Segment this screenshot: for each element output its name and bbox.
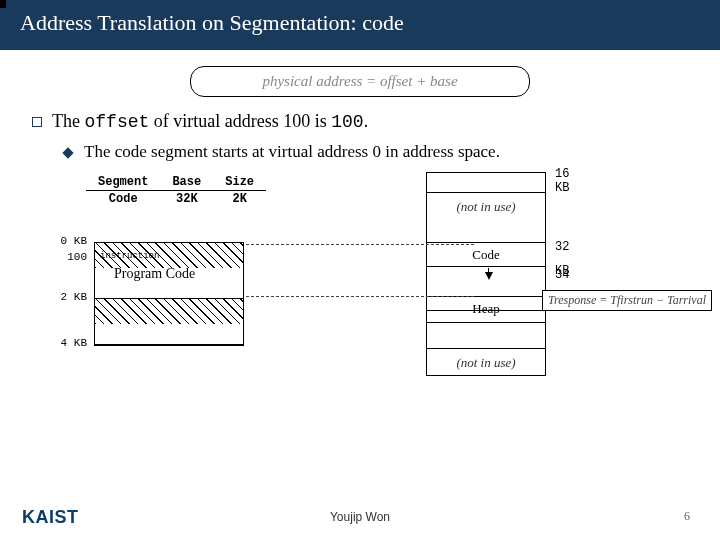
lab-16kb: 16 KB (555, 167, 569, 195)
overlay-formula: Tresponse = Tfirstrun − Tarrival (542, 290, 712, 311)
va-row-4: 4 KB (94, 344, 244, 346)
lab-0kb: 0 KB (47, 235, 87, 247)
pm-heap-label: Heap (472, 301, 499, 316)
bullet-sub-text: The code segment starts at virtual addre… (84, 142, 500, 162)
seg-h2: Base (160, 174, 213, 191)
instruction-label: instruction (100, 251, 159, 261)
pm-notuse-2: (not in use) (426, 348, 546, 376)
va-row-gap (94, 324, 244, 344)
lab-4kb: 4 KB (47, 337, 87, 349)
t3: of virtual address 100 is (149, 111, 331, 131)
pm-gap2: 34 KB (426, 266, 546, 296)
square-bullet-icon (32, 117, 42, 127)
corner-mark (0, 0, 6, 8)
seg-h1: Segment (86, 174, 160, 191)
pm-code-label: Code (472, 247, 499, 262)
slide-title: Address Translation on Segmentation: cod… (20, 10, 404, 35)
diamond-bullet-icon (62, 147, 73, 158)
t5: . (364, 111, 369, 131)
pm-gap (426, 224, 546, 242)
content-area: The offset of virtual address 100 is 100… (0, 111, 720, 432)
footer-author: Youjip Won (0, 510, 720, 524)
t2: offset (84, 112, 149, 132)
seg-r1: Code (86, 191, 160, 208)
slide-header: Address Translation on Segmentation: cod… (0, 0, 720, 50)
dash-bot (246, 296, 474, 297)
pm-bottom-gap (426, 322, 546, 348)
t1: The (52, 111, 84, 131)
pm-row-top: 16 KB (426, 172, 546, 192)
main-formula: physical address = offset + base (190, 66, 530, 97)
bullet-main: The offset of virtual address 100 is 100… (32, 111, 696, 132)
overlay-formula-text: Tresponse = Tfirstrun − Tarrival (548, 293, 706, 307)
seg-r3: 2K (213, 191, 266, 208)
va-row-2: 2 KB (94, 298, 244, 324)
dash-top (246, 244, 474, 245)
t4: 100 (331, 112, 363, 132)
lab-2kb: 2 KB (47, 291, 87, 303)
bullet-sub: The code segment starts at virtual addre… (64, 142, 696, 162)
bullet-main-text: The offset of virtual address 100 is 100… (52, 111, 368, 132)
segment-table: Segment Base Size Code 32K 2K (86, 174, 266, 207)
heap-divider (427, 310, 545, 311)
page-number: 6 (684, 509, 690, 524)
formula-text: physical address = offset + base (262, 73, 457, 89)
arrow-down-icon (485, 272, 493, 280)
seg-h3: Size (213, 174, 266, 191)
pm-heap: Heap (426, 296, 546, 322)
lab-100: 100 (47, 251, 87, 263)
pm-code: Code 32 KB (426, 242, 546, 266)
pm-notuse-1: (not in use) (426, 192, 546, 224)
seg-r2: 32K (160, 191, 213, 208)
program-code-label: Program Code (114, 266, 195, 282)
